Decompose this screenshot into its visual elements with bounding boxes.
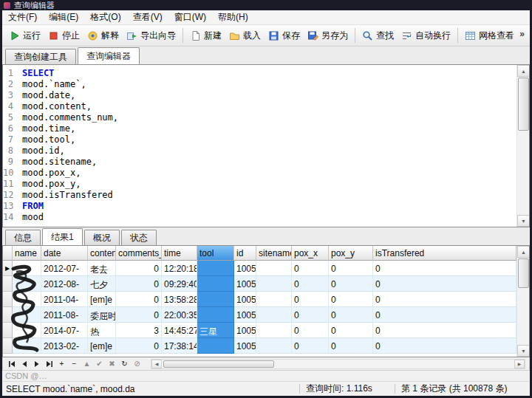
grid-cell-isTransfered[interactable]: 0 <box>373 261 516 276</box>
col-header-sitename[interactable]: sitename <box>256 246 292 261</box>
scrollbar-thumb[interactable] <box>518 258 529 288</box>
row-indicator[interactable] <box>3 276 13 292</box>
grid-cell-name[interactable] <box>13 276 41 292</box>
col-header-id[interactable]: id <box>234 246 256 261</box>
toolbar-overflow-chevron[interactable]: » <box>517 27 527 41</box>
grid-cell-content[interactable]: 委屈时 <box>88 307 116 323</box>
grid-cell-isTransfered[interactable]: 0 <box>373 307 516 323</box>
grid-cell-time[interactable]: 17:38:14 <box>162 338 197 354</box>
grid-cell-pox-y[interactable]: 0 <box>329 292 373 307</box>
nav-last-button[interactable] <box>43 358 55 369</box>
tab-profile[interactable]: 概况 <box>84 230 120 245</box>
scroll-down-arrow-icon[interactable]: ▼ <box>517 345 530 357</box>
grid-cell-tool[interactable] <box>197 338 234 354</box>
stop-loading-button[interactable]: ⊘ <box>131 358 143 369</box>
grid-cell-tool[interactable] <box>197 292 234 307</box>
refresh-button[interactable]: ↻ <box>118 358 131 369</box>
grid-cell-time[interactable]: 14:45:27 <box>162 323 197 338</box>
open-button[interactable]: 载入 <box>225 27 265 44</box>
grid-cell-pox-y[interactable]: 0 <box>329 276 373 292</box>
grid-cell-sitename[interactable] <box>256 307 292 323</box>
export-wizard-button[interactable]: 导出向导 <box>123 27 180 44</box>
grid-cell-sitename[interactable] <box>256 323 292 338</box>
grid-cell-pox-y[interactable]: 0 <box>329 323 373 338</box>
grid-vertical-scrollbar[interactable]: ▲ ▼ <box>516 246 529 357</box>
grid-cell-content[interactable]: 老去 <box>88 261 116 276</box>
nav-first-button[interactable] <box>5 358 18 369</box>
add-record-button[interactable]: + <box>55 358 68 369</box>
grid-cell-pox-y[interactable]: 0 <box>329 261 373 276</box>
grid-cell-time[interactable]: 22:00:35 <box>162 307 197 323</box>
grid-cell-sitename[interactable] <box>256 276 292 292</box>
scroll-right-arrow-icon[interactable]: ▶ <box>514 360 525 368</box>
grid-cell-tool[interactable] <box>197 307 234 323</box>
grid-cell-name[interactable] <box>13 338 41 354</box>
grid-cell-tool[interactable]: 三星 <box>197 323 234 338</box>
grid-cell-id[interactable]: 10059 <box>234 292 256 307</box>
apply-changes-button[interactable]: ✔ <box>93 358 106 369</box>
delete-record-button[interactable]: − <box>68 358 81 369</box>
run-button[interactable]: 运行 <box>5 27 44 44</box>
grid-cell-comments-num[interactable]: 3 <box>116 323 162 338</box>
edit-record-button[interactable]: ▲ <box>81 358 93 369</box>
grid-cell-content[interactable]: 热 <box>88 323 116 338</box>
nav-previous-button[interactable] <box>18 358 30 369</box>
grid-cell-date[interactable]: 2013-02- <box>41 338 88 354</box>
tab-info[interactable]: 信息 <box>5 230 41 245</box>
grid-cell-id[interactable]: 10059 <box>234 261 256 276</box>
grid-cell-time[interactable]: 09:29:40 <box>162 276 197 292</box>
scroll-up-arrow-icon[interactable]: ▲ <box>517 65 530 77</box>
grid-cell-date[interactable]: 2014-07- <box>41 323 88 338</box>
col-header-name[interactable]: name <box>13 246 41 261</box>
grid-cell-comments-num[interactable]: 0 <box>116 307 162 323</box>
grid-cell-pox-y[interactable]: 0 <box>329 338 373 354</box>
grid-cell-comments-num[interactable]: 0 <box>116 276 162 292</box>
grid-cell-date[interactable]: 2012-07- <box>41 261 88 276</box>
word-wrap-button[interactable]: 自动换行 <box>398 27 454 44</box>
grid-horizontal-scrollbar[interactable]: ◀ ▶ <box>151 359 525 369</box>
grid-cell-comments-num[interactable]: 0 <box>116 261 162 276</box>
cancel-changes-button[interactable]: ✖ <box>106 358 118 369</box>
grid-cell-isTransfered[interactable]: 0 <box>373 292 516 307</box>
tab-query-editor[interactable]: 查询编辑器 <box>78 47 140 64</box>
grid-cell-id[interactable]: 10059 <box>234 276 256 292</box>
row-indicator[interactable] <box>3 307 13 323</box>
nav-next-button[interactable] <box>30 358 43 369</box>
row-indicator-header[interactable] <box>3 246 13 261</box>
grid-cell-comments-num[interactable]: 0 <box>116 338 162 354</box>
grid-cell-isTransfered[interactable]: 0 <box>373 276 516 292</box>
grid-cell-id[interactable]: 10059 <box>234 323 256 338</box>
grid-cell-isTransfered[interactable]: 0 <box>373 338 516 354</box>
grid-cell-content[interactable]: [em]e <box>88 338 116 354</box>
grid-cell-time[interactable]: 13:58:28 <box>162 292 197 307</box>
grid-cell-pox-y[interactable]: 0 <box>329 307 373 323</box>
scroll-left-arrow-icon[interactable]: ◀ <box>151 360 162 368</box>
grid-cell-pox-x[interactable]: 0 <box>292 261 329 276</box>
grid-cell-pox-x[interactable]: 0 <box>292 276 329 292</box>
grid-cell-pox-x[interactable]: 0 <box>292 292 329 307</box>
grid-cell-id[interactable]: 10059 <box>234 307 256 323</box>
grid-cell-name[interactable] <box>13 261 41 276</box>
grid-cell-sitename[interactable] <box>256 338 292 354</box>
stop-button[interactable]: 停止 <box>44 27 83 44</box>
col-header-date[interactable]: date <box>41 246 88 261</box>
col-header-time[interactable]: time <box>162 246 197 261</box>
scroll-down-arrow-icon[interactable]: ▼ <box>517 215 530 227</box>
col-header-pox-y[interactable]: pox_y <box>329 246 373 261</box>
grid-cell-sitename[interactable] <box>256 292 292 307</box>
menu-item-help[interactable]: 帮助(H) <box>212 10 254 25</box>
menu-item-format[interactable]: 格式(O) <box>84 10 126 25</box>
menu-item-window[interactable]: 窗口(W) <box>168 10 212 25</box>
grid-cell-date[interactable]: 2011-04- <box>41 292 88 307</box>
menu-item-edit[interactable]: 编辑(E) <box>43 10 84 25</box>
tab-status[interactable]: 状态 <box>121 230 157 245</box>
grid-cell-pox-x[interactable]: 0 <box>292 323 329 338</box>
grid-cell-name[interactable] <box>13 307 41 323</box>
row-indicator[interactable] <box>3 338 13 354</box>
col-header-tool[interactable]: tool <box>197 246 234 261</box>
scrollbar-thumb[interactable] <box>518 78 529 131</box>
grid-cell-isTransfered[interactable]: 0 <box>373 323 516 338</box>
scrollbar-thumb[interactable] <box>163 360 274 368</box>
tab-result1[interactable]: 结果1 <box>42 228 83 245</box>
editor-vertical-scrollbar[interactable]: ▲ ▼ <box>516 65 529 227</box>
